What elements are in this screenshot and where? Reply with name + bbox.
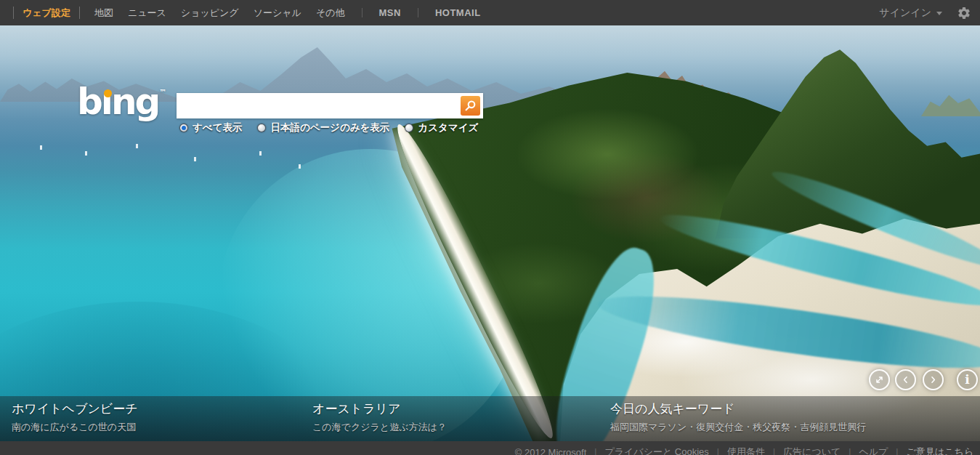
expand-image-button[interactable] bbox=[869, 369, 890, 390]
nav-item-more[interactable]: その他 bbox=[316, 7, 345, 20]
footer-links: © 2012 Microsoft | プライバシーと Cookies | 使用条… bbox=[515, 446, 973, 455]
search-scope-options: すべて表示 日本語のページのみを表示 カスタマイズ bbox=[179, 121, 478, 134]
footer-link-feedback[interactable]: ご意見はこちら bbox=[906, 446, 973, 455]
copyright-text: © 2012 Microsoft bbox=[515, 447, 586, 455]
nav-item-msn[interactable]: MSN bbox=[379, 7, 401, 18]
radio-selected-icon bbox=[179, 124, 188, 132]
navbar-left: ウェブ設定 地図 ニュース ショッピング ソーシャル その他 MSN HOTMA… bbox=[0, 7, 488, 20]
navbar-right: サインイン bbox=[879, 6, 980, 20]
separator: | bbox=[849, 447, 851, 455]
caption-popular-keyword-links[interactable]: 福岡国際マラソン・復興交付金・秩父夜祭・吉例顔見世興行 bbox=[610, 421, 866, 434]
separator: | bbox=[594, 447, 596, 455]
chevron-right-icon bbox=[928, 374, 939, 385]
top-navbar: ウェブ設定 地図 ニュース ショッピング ソーシャル その他 MSN HOTMA… bbox=[0, 0, 980, 25]
next-image-button[interactable] bbox=[923, 369, 944, 390]
separator: | bbox=[896, 447, 898, 455]
gear-icon bbox=[957, 6, 971, 20]
radio-dot bbox=[182, 126, 186, 130]
search-button[interactable] bbox=[461, 96, 480, 116]
sign-in-button[interactable]: サインイン bbox=[879, 7, 942, 20]
bing-logo[interactable]: bıng™ bbox=[77, 84, 166, 120]
separator bbox=[79, 7, 80, 19]
caption-subtitle: この海でクジラと遊ぶ方法は？ bbox=[312, 421, 447, 434]
radio-label: 日本語のページのみを表示 bbox=[270, 121, 389, 134]
footer-bar: © 2012 Microsoft | プライバシーと Cookies | 使用条… bbox=[0, 441, 980, 455]
caption-bar: ホワイトヘブンビーチ 南の海に広がるこの世の天国 オーストラリア この海でクジラ… bbox=[0, 396, 980, 441]
info-icon: i bbox=[965, 374, 969, 386]
footer-link-terms[interactable]: 使用条件 bbox=[727, 446, 765, 455]
logo-orange-dot bbox=[104, 89, 112, 97]
separator: | bbox=[773, 447, 775, 455]
nav-item-social[interactable]: ソーシャル bbox=[254, 7, 301, 20]
settings-gear-button[interactable] bbox=[957, 6, 971, 20]
radio-option-customize[interactable]: カスタマイズ bbox=[405, 121, 478, 134]
nav-item-hotmail[interactable]: HOTMAIL bbox=[435, 7, 481, 18]
caption-title-beach[interactable]: ホワイトヘブンビーチ bbox=[12, 401, 138, 416]
logo-letter: ng bbox=[111, 81, 158, 123]
radio-unselected-icon bbox=[257, 124, 266, 132]
caret-down-icon bbox=[936, 12, 942, 15]
previous-image-button[interactable] bbox=[895, 369, 916, 390]
separator bbox=[13, 7, 14, 19]
chevron-left-icon bbox=[900, 374, 911, 385]
logo-letter: b bbox=[77, 81, 101, 123]
caption-column: 今日の人気キーワード 福岡国際マラソン・復興交付金・秩父夜祭・吉例顔見世興行 bbox=[610, 401, 866, 434]
footer-link-help[interactable]: ヘルプ bbox=[859, 446, 888, 455]
separator: | bbox=[717, 447, 719, 455]
radio-label: カスタマイズ bbox=[418, 121, 478, 134]
logo-letter: ı bbox=[101, 81, 111, 123]
image-info-button[interactable]: i bbox=[957, 369, 978, 390]
logo-trademark: ™ bbox=[159, 88, 166, 96]
radio-option-all[interactable]: すべて表示 bbox=[179, 121, 242, 134]
search-box bbox=[177, 93, 483, 118]
caption-column: ホワイトヘブンビーチ 南の海に広がるこの世の天国 bbox=[12, 401, 138, 434]
caption-title-australia[interactable]: オーストラリア bbox=[312, 401, 447, 416]
footer-link-privacy[interactable]: プライバシーと Cookies bbox=[604, 446, 708, 455]
hero-art-layer bbox=[40, 145, 42, 150]
bing-homepage: ウェブ設定 地図 ニュース ショッピング ソーシャル その他 MSN HOTMA… bbox=[0, 0, 980, 455]
nav-item-news[interactable]: ニュース bbox=[128, 7, 166, 20]
caption-subtitle: 南の海に広がるこの世の天国 bbox=[12, 421, 138, 434]
radio-unselected-icon bbox=[405, 124, 413, 132]
separator bbox=[418, 8, 418, 17]
caption-title-popular-keywords: 今日の人気キーワード bbox=[610, 401, 866, 416]
nav-item-web-settings[interactable]: ウェブ設定 bbox=[23, 7, 70, 20]
hero-background-image: bıng™ すべて表示 日本語のページのみを表示 bbox=[0, 25, 980, 455]
expand-icon bbox=[873, 374, 886, 386]
search-input[interactable] bbox=[177, 93, 483, 118]
radio-label: すべて表示 bbox=[193, 121, 242, 134]
sign-in-label: サインイン bbox=[879, 7, 931, 20]
caption-column: オーストラリア この海でクジラと遊ぶ方法は？ bbox=[312, 401, 447, 434]
nav-item-shopping[interactable]: ショッピング bbox=[181, 7, 239, 20]
footer-link-advertise[interactable]: 広告について bbox=[783, 446, 841, 455]
search-icon bbox=[464, 100, 477, 112]
radio-option-japanese-only[interactable]: 日本語のページのみを表示 bbox=[257, 121, 389, 134]
nav-item-maps[interactable]: 地図 bbox=[94, 7, 113, 20]
separator bbox=[362, 8, 363, 17]
